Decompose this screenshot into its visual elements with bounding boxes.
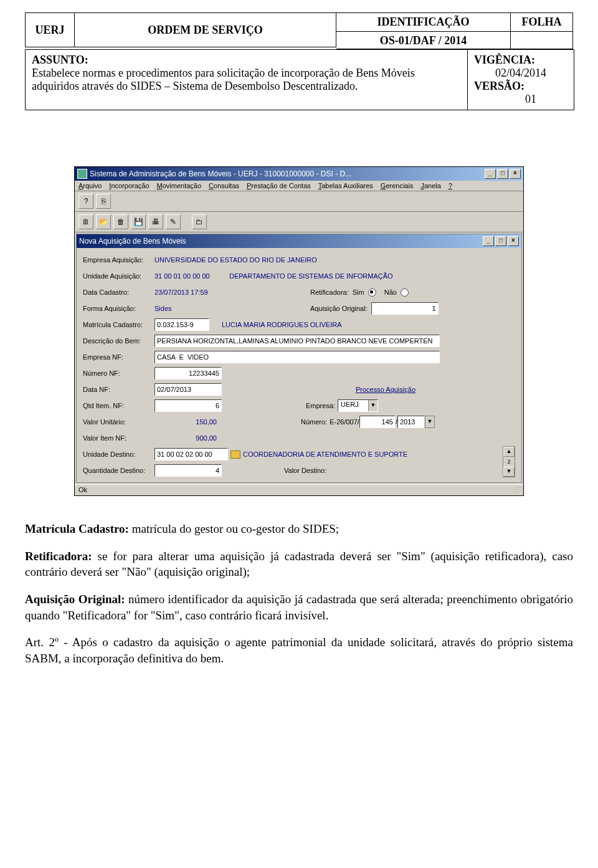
p1-rest: matrícula do gestor ou co-gestor do SIDE…: [129, 522, 339, 535]
header-ident-label: IDENTIFICAÇÃO: [336, 12, 511, 32]
qtd-item-nf-input[interactable]: [154, 399, 222, 412]
numero-nf-label: Número NF:: [83, 370, 154, 377]
numero-prefix: E-26/007/: [330, 418, 359, 426]
header-folha-value: [511, 32, 573, 49]
matricula-cadastro-label: Matrícula Cadastro:: [83, 321, 154, 328]
menu-help[interactable]: ?: [448, 182, 452, 189]
assunto-label: ASSUNTO:: [32, 54, 88, 66]
open-icon[interactable]: 📂: [96, 214, 111, 229]
data-cadastro-label: Data Cadastro:: [83, 289, 154, 296]
versao-label: VERSÃO:: [474, 80, 524, 92]
statusbar: Ok ⋰: [75, 484, 523, 495]
unidade-destino-name: COORDENADORIA DE ATENDIMENTO E SUPORTE: [243, 451, 407, 458]
toolbar-1: ? ⎘: [75, 191, 523, 212]
descricao-bem-input[interactable]: [154, 335, 440, 347]
inner-maximize-button[interactable]: □: [495, 236, 506, 246]
p1-bold: Matrícula Cadastro:: [25, 522, 129, 535]
resize-grip-icon[interactable]: ⋰: [514, 486, 520, 494]
retificadora-nao-label: Não: [384, 289, 397, 296]
scroll-down-icon[interactable]: ▼: [503, 467, 515, 477]
retificadora-sim-radio[interactable]: [368, 289, 376, 297]
inner-title-text: Nova Aquisição de Bens Móveis: [79, 237, 483, 246]
app-screenshot: Sistema de Administração de Bens Móveis …: [74, 166, 524, 496]
numero-label: Número:: [301, 418, 327, 426]
unidade-aquisicao-name: DEPARTAMENTO DE SISTEMAS DE INFORMAÇÃO: [229, 272, 393, 280]
empresa-nf-label: Empresa NF:: [83, 353, 154, 361]
browse-icon[interactable]: 🗀: [192, 214, 207, 229]
versao-value: 01: [474, 93, 567, 106]
unidade-aquisicao-label: Unidade Aquisição:: [83, 272, 154, 280]
qtd-item-nf-label: Qtd Item. NF:: [83, 402, 154, 409]
folder-icon[interactable]: [230, 451, 240, 459]
vigencia-label: VIGÊNCIA:: [474, 54, 535, 66]
inner-close-button[interactable]: ×: [508, 236, 519, 246]
header-folha-label: FOLHA: [511, 12, 573, 32]
empresa-aquisicao-value: UNIVERSIDADE DO ESTADO DO RIO DE JANEIRO: [154, 256, 317, 264]
combo-down-icon[interactable]: ▼: [368, 400, 377, 411]
help-icon[interactable]: ?: [78, 194, 93, 209]
retificadora-label: Retificadora:: [310, 289, 349, 296]
header: UERJ ORDEM DE SERVIÇO IDENTIFICAÇÃO OS-0…: [25, 12, 573, 49]
menu-tabelas[interactable]: Tabelas Auxiliares: [318, 182, 373, 189]
forma-aquisicao-label: Forma Aquisição:: [83, 305, 154, 312]
delete-icon[interactable]: 🗑: [113, 214, 128, 229]
empresa-combo[interactable]: UERJ ▼: [338, 399, 378, 412]
data-nf-input[interactable]: [154, 383, 222, 396]
maximize-button[interactable]: □: [497, 169, 508, 179]
new-icon[interactable]: 🗎: [78, 214, 93, 229]
menu-incorporacao[interactable]: Incorporação: [109, 182, 149, 189]
unidade-destino-input[interactable]: [154, 448, 228, 460]
p3-bold: Aquisição Original:: [25, 593, 125, 606]
empresa-aquisicao-label: Empresa Aquisição:: [83, 256, 154, 264]
valor-unitario-label: Valor Unitário:: [83, 418, 154, 426]
inner-titlebar: Nova Aquisição de Bens Móveis _ □ ×: [77, 234, 521, 248]
valor-item-nf-value: 900,00: [154, 434, 217, 442]
subject-box: ASSUNTO: Estabelece normas e procediment…: [25, 49, 574, 110]
close-button[interactable]: ×: [510, 169, 521, 179]
menu-consultas[interactable]: Consultas: [209, 182, 239, 189]
p2-bold: Retificadora:: [25, 550, 92, 563]
numero-year-input[interactable]: [397, 416, 424, 428]
save-icon[interactable]: 💾: [131, 214, 146, 229]
menu-arquivo[interactable]: Arquivo: [78, 182, 102, 189]
empresa-nf-input[interactable]: [154, 351, 440, 363]
app-title: Sistema de Administração de Bens Móveis …: [90, 169, 485, 178]
exit-icon[interactable]: ⎘: [96, 194, 111, 209]
menu-prestacao[interactable]: Prestação de Contas: [247, 182, 311, 189]
p2-rest: se for para alterar uma aquisição já cad…: [25, 550, 573, 579]
matricula-cadastro-input[interactable]: [154, 318, 209, 331]
quantidade-destino-label: Quantidade Destino:: [83, 467, 154, 474]
menu-janela[interactable]: Janela: [420, 182, 440, 189]
vigencia-value: 02/04/2014: [474, 67, 567, 80]
retificadora-nao-radio[interactable]: [401, 289, 409, 297]
menu-movimentacao[interactable]: Movimentação: [157, 182, 202, 189]
status-text: Ok: [78, 486, 87, 494]
data-nf-label: Data NF:: [83, 386, 154, 393]
aquisicao-original-input[interactable]: [371, 302, 439, 315]
scroll-box: ▲ 2 ▼: [503, 446, 515, 477]
menu-gerenciais[interactable]: Gerenciais: [381, 182, 414, 189]
numero-input[interactable]: [359, 416, 396, 428]
scroll-count: 2: [507, 459, 510, 465]
main-titlebar: Sistema de Administração de Bens Móveis …: [75, 167, 523, 181]
header-title: ORDEM DE SERVIÇO: [75, 12, 336, 47]
matricula-cadastro-name: LUCIA MARIA RODRIGUES OLIVEIRA: [222, 321, 342, 328]
tool-icon[interactable]: ✎: [166, 214, 181, 229]
year-down-icon[interactable]: ▼: [425, 416, 435, 428]
menubar: Arquivo Incorporação Movimentação Consul…: [75, 181, 523, 191]
processo-aquisicao-link[interactable]: Processo Aquisição: [356, 386, 415, 393]
print-icon[interactable]: 🖶: [148, 214, 163, 229]
minimize-button[interactable]: _: [485, 169, 496, 179]
assunto-text: Estabelece normas e procedimentos para s…: [32, 67, 415, 92]
scroll-up-icon[interactable]: ▲: [503, 447, 515, 457]
unidade-aquisicao-code: 31 00 01 00 00 00: [154, 272, 229, 280]
unidade-destino-label: Unidade Destino:: [83, 451, 154, 458]
inner-minimize-button[interactable]: _: [483, 236, 494, 246]
numero-nf-input[interactable]: [154, 367, 222, 379]
forma-aquisicao-value: Sides: [154, 305, 310, 312]
valor-item-nf-label: Valor Item NF:: [83, 434, 154, 442]
header-ident-value: OS-01/DAF / 2014: [336, 32, 511, 49]
data-cadastro-value: 23/07/2013 17:59: [154, 289, 310, 296]
toolbar-2: 🗎 📂 🗑 💾 🖶 ✎ 🗀: [75, 212, 523, 232]
quantidade-destino-input[interactable]: [154, 464, 222, 477]
